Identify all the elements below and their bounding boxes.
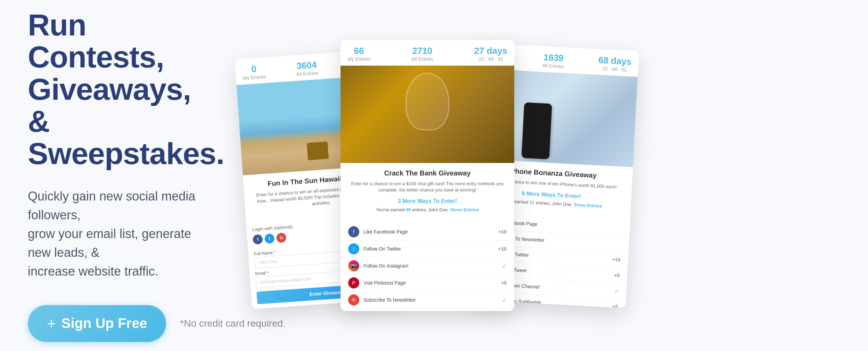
entry-ig: 📷 Follow On Instagram ✓ <box>341 258 514 275</box>
cta-row: + Sign Up Free *No credit card required. <box>28 305 215 342</box>
iphone-stat-all: 1639 All Entries <box>542 52 565 69</box>
tw-points: +10 <box>498 246 507 252</box>
iphone-days-num: 68 days <box>598 55 632 67</box>
signup-label: Sign Up Free <box>62 316 147 331</box>
stat-all-entries: 3604 All Entries <box>295 59 318 77</box>
bank-all-entries-label: All Entries <box>411 56 433 62</box>
bank-entries: You've earned 66 entries, John Doe. Show… <box>348 207 507 212</box>
bank-entries-count: 66 <box>406 207 411 212</box>
subscribe-label: Subscribe To Newsletter <box>363 297 498 303</box>
coins-image <box>341 66 514 163</box>
entry-fb: f Like Facebook Page +10 <box>341 223 514 240</box>
bank-days-num: 27 days <box>474 46 507 56</box>
fb-login-icon[interactable]: f <box>253 234 263 244</box>
email-icon: ✉ <box>348 294 359 305</box>
all-entries-label: All Entries <box>296 70 318 77</box>
follow-ig-label: Follow On Instagram <box>363 263 498 269</box>
signup-button[interactable]: + Sign Up Free <box>28 305 166 342</box>
page-wrapper: Run Contests, Giveaways, & Sweepstakes. … <box>0 0 868 351</box>
headline-line1: Run Contests, <box>28 8 164 74</box>
bank-my-entries-label: My Entries <box>347 56 370 62</box>
visit-pt-label: Visit Pinterest Page <box>363 280 497 286</box>
pt-points: +5 <box>501 280 507 286</box>
all-entries-num: 3604 <box>295 59 318 72</box>
bank-days-label: 22 : 49 : 33 <box>474 56 507 62</box>
bank-my-entries-num: 66 <box>347 46 370 56</box>
left-section: Run Contests, Giveaways, & Sweepstakes. … <box>28 9 229 342</box>
entry-pt: P Visit Pinterest Page +5 <box>341 275 514 292</box>
card-bank: 66 My Entries 2710 All Entries 27 days 2… <box>341 40 514 311</box>
iphone-all-entries-num: 1639 <box>542 52 565 64</box>
iphone-rt-points: +5 <box>614 272 620 278</box>
entry-em: ✉ Subscribe To Newsletter ✓ <box>341 292 514 309</box>
bank-title: Crack The Bank Giveaway <box>348 169 507 177</box>
headline-line2: Giveaways, <box>28 72 191 106</box>
name-placeholder: John Doe <box>258 259 278 265</box>
iphone-sr-points: +5 <box>612 304 618 308</box>
iphone-stat-days: 68 days 22 : 49 : 01 <box>598 55 632 73</box>
tw-icon: t <box>348 243 359 254</box>
login-label: Login with (optional): <box>252 224 294 232</box>
iphone-entries-count: 31 <box>530 200 535 205</box>
tw-login-icon[interactable]: t <box>264 233 275 244</box>
entry-tw: t Follow On Twitter +10 <box>341 240 514 258</box>
my-entries-label: My Entries <box>243 74 266 81</box>
bank-more-ways: 3 More Ways To Enter! <box>348 198 507 204</box>
card-bank-body: Crack The Bank Giveaway Enter for a chan… <box>341 163 514 223</box>
em-check: ✓ <box>502 297 507 303</box>
like-fb-label: Like Facebook Page <box>363 229 494 235</box>
bank-stat-days: 27 days 22 : 49 : 33 <box>474 46 507 62</box>
follow-tw-label: Follow On Twitter <box>363 246 494 252</box>
bank-all-entries-num: 2710 <box>411 46 433 56</box>
email-placeholder: name@sweepwidget.com <box>260 276 312 285</box>
bank-stat-my: 66 My Entries <box>347 46 370 62</box>
iphone-tw-points: +10 <box>612 257 621 263</box>
entry-share: ⤴ Viral Share +25 <box>341 309 514 311</box>
bank-desc: Enter for a chance to win a $100 Visa gi… <box>348 181 507 193</box>
subheadline: Quickly gain new social media followers,… <box>28 187 215 281</box>
fb-points: +10 <box>498 229 507 235</box>
ig-check: ✓ <box>502 263 507 269</box>
iphone-all-entries-label: All Entries <box>542 63 564 69</box>
my-entries-num: 0 <box>242 63 265 75</box>
iphone-tg-check: ✓ <box>614 287 619 294</box>
cards-container: 0 My Entries 3604 All Entries 80 days 19… <box>229 19 840 332</box>
show-entries-link[interactable]: Show Entries <box>450 207 478 212</box>
bank-stat-all: 2710 All Entries <box>411 46 433 62</box>
headline: Run Contests, Giveaways, & Sweepstakes. <box>28 9 215 170</box>
card-bank-header: 66 My Entries 2710 All Entries 27 days 2… <box>341 40 514 66</box>
plus-icon: + <box>47 315 56 332</box>
right-section: 0 My Entries 3604 All Entries 80 days 19… <box>229 0 840 351</box>
ig-icon: 📷 <box>348 260 359 271</box>
gp-login-icon[interactable]: G <box>276 232 287 243</box>
stat-my-entries: 0 My Entries <box>242 63 266 81</box>
headline-line3: & Sweepstakes. <box>28 104 224 170</box>
pt-icon: P <box>348 277 359 288</box>
iphone-show-entries-link[interactable]: Show Entries <box>574 202 603 209</box>
fb-icon: f <box>348 226 359 237</box>
